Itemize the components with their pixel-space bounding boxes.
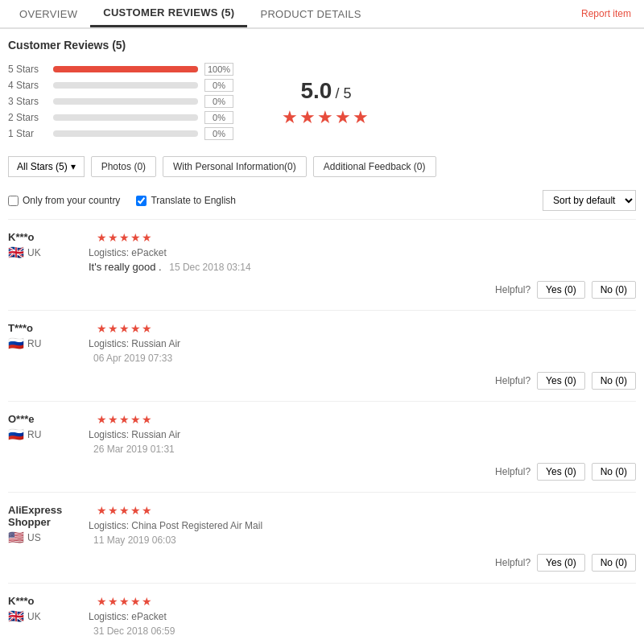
tabs-bar: Overview Customer Reviews (5) Product De… <box>0 0 644 29</box>
review-stars: ★★★★★ <box>97 231 153 244</box>
star-row: 1 Star 0% <box>8 127 233 140</box>
review-body: T***o 🇷🇺 RU ★★★★★ Logistics: Russian Air… <box>8 322 636 364</box>
bar-fill <box>53 66 198 72</box>
review-item: K***o 🇬🇧 UK ★★★★★ Logistics: ePacket 31 … <box>8 584 636 644</box>
bar-pct: 0% <box>204 127 233 140</box>
tab-product-details[interactable]: Product Details <box>247 2 374 27</box>
review-date: 26 Mar 2019 01:31 <box>93 444 175 455</box>
star-row: 5 Stars 100% <box>8 63 233 76</box>
reviewer-col: K***o 🇬🇧 UK <box>8 595 89 637</box>
reviewer-country: 🇺🇸 US <box>8 530 89 545</box>
helpful-row: Helpful? Yes (0) No (0) <box>8 372 636 390</box>
star-label: 4 Stars <box>8 80 47 91</box>
review-header: ★★★★★ <box>89 322 636 335</box>
review-date: 11 May 2019 06:03 <box>93 535 176 546</box>
country-checkbox-group: Only from your country <box>8 195 120 206</box>
overall-score: 5.0 / 5 ★★★★★ <box>282 78 370 128</box>
helpful-row: Helpful? Yes (0) No (0) <box>8 463 636 481</box>
review-stars: ★★★★★ <box>97 504 153 517</box>
stars-breakdown: 5 Stars 100% 4 Stars 0% 3 Stars 0% 2 Sta… <box>8 63 233 143</box>
bar-pct: 0% <box>204 79 233 92</box>
review-stars: ★★★★★ <box>97 413 153 426</box>
review-header: ★★★★★ <box>89 413 636 426</box>
reviewer-name: T***o <box>8 322 89 334</box>
sort-group: Sort by defaultMost recentMost helpful <box>543 190 636 211</box>
reviewer-col: O***e 🇷🇺 RU <box>8 413 89 455</box>
review-text-row: 26 Mar 2019 01:31 <box>89 443 636 455</box>
star-label: 2 Stars <box>8 112 47 123</box>
country-code: UK <box>27 247 41 258</box>
reviewer-country: 🇷🇺 RU <box>8 336 89 351</box>
flag-icon: 🇺🇸 <box>8 530 24 545</box>
checkbox-row: Only from your country Translate to Engl… <box>8 185 636 220</box>
score-value: 5.0 <box>301 78 332 104</box>
star-row: 4 Stars 0% <box>8 79 233 92</box>
reviewer-col: K***o 🇬🇧 UK <box>8 231 89 273</box>
review-date: 31 Dec 2018 06:59 <box>93 625 175 637</box>
review-body: O***e 🇷🇺 RU ★★★★★ Logistics: Russian Air… <box>8 413 636 455</box>
reviewer-name: O***e <box>8 413 89 425</box>
country-code: UK <box>27 611 41 622</box>
star-label: 1 Star <box>8 128 47 139</box>
section-title: Customer Reviews (5) <box>8 39 636 52</box>
chevron-down-icon: ▾ <box>71 161 76 172</box>
review-col: ★★★★★ Logistics: ePacket It's really goo… <box>89 231 636 273</box>
bar-container <box>53 98 198 105</box>
flag-icon: 🇷🇺 <box>8 336 24 351</box>
bar-container <box>53 82 198 89</box>
all-stars-filter[interactable]: All Stars (5) ▾ <box>8 156 85 177</box>
review-logistics: Logistics: Russian Air <box>89 338 636 349</box>
yes-button[interactable]: Yes (0) <box>537 281 585 299</box>
report-item-link[interactable]: Report item <box>575 2 638 26</box>
yes-button[interactable]: Yes (0) <box>537 463 585 481</box>
reviewer-col: T***o 🇷🇺 RU <box>8 322 89 364</box>
tab-overview[interactable]: Overview <box>6 2 90 27</box>
reviewer-name: K***o <box>8 595 89 607</box>
tab-customer-reviews[interactable]: Customer Reviews (5) <box>90 0 247 27</box>
translate-checkbox[interactable] <box>136 196 147 206</box>
country-label[interactable]: Only from your country <box>23 195 120 206</box>
filter-bar: All Stars (5) ▾ Photos (0) With Personal… <box>8 156 636 177</box>
yes-button[interactable]: Yes (0) <box>537 372 585 390</box>
review-body: K***o 🇬🇧 UK ★★★★★ Logistics: ePacket 31 … <box>8 595 636 637</box>
country-checkbox[interactable] <box>8 196 19 206</box>
content-area: Customer Reviews (5) 5 Stars 100% 4 Star… <box>0 29 644 644</box>
review-text-row: 06 Apr 2019 07:33 <box>89 352 636 364</box>
country-code: RU <box>27 338 41 349</box>
translate-checkbox-group: Translate to English <box>136 195 236 206</box>
review-logistics: Logistics: China Post Registered Air Mai… <box>89 520 636 531</box>
helpful-row: Helpful? Yes (0) No (0) <box>8 281 636 299</box>
country-code: US <box>27 532 41 543</box>
no-button[interactable]: No (0) <box>592 372 636 390</box>
ratings-container: 5 Stars 100% 4 Stars 0% 3 Stars 0% 2 Sta… <box>8 63 636 143</box>
reviewer-country: 🇬🇧 UK <box>8 609 89 624</box>
no-button[interactable]: No (0) <box>592 463 636 481</box>
review-date: 15 Dec 2018 03:14 <box>169 262 250 273</box>
flag-icon: 🇬🇧 <box>8 245 24 260</box>
helpful-label: Helpful? <box>495 466 530 477</box>
additional-feedback-filter[interactable]: Additional Feedback (0) <box>313 156 436 177</box>
bar-pct: 0% <box>204 111 233 124</box>
personal-info-filter[interactable]: With Personal Information(0) <box>163 156 307 177</box>
no-button[interactable]: No (0) <box>592 554 636 572</box>
reviewer-name: K***o <box>8 231 89 243</box>
flag-icon: 🇷🇺 <box>8 427 24 442</box>
translate-label[interactable]: Translate to English <box>151 195 236 206</box>
star-label: 3 Stars <box>8 96 47 107</box>
bar-pct: 0% <box>204 95 233 108</box>
yes-button[interactable]: Yes (0) <box>537 554 585 572</box>
photos-filter[interactable]: Photos (0) <box>91 156 156 177</box>
review-text-row: 31 Dec 2018 06:59 <box>89 625 636 637</box>
review-item: T***o 🇷🇺 RU ★★★★★ Logistics: Russian Air… <box>8 311 636 402</box>
reviewer-country: 🇷🇺 RU <box>8 427 89 442</box>
helpful-label: Helpful? <box>495 284 530 295</box>
review-stars: ★★★★★ <box>97 595 153 608</box>
review-date: 06 Apr 2019 07:33 <box>93 353 172 364</box>
review-logistics: Logistics: Russian Air <box>89 429 636 440</box>
sort-select[interactable]: Sort by defaultMost recentMost helpful <box>543 190 636 211</box>
review-item: AliExpress Shopper 🇺🇸 US ★★★★★ Logistics… <box>8 493 636 584</box>
review-text-row: 11 May 2019 06:03 <box>89 534 636 546</box>
review-body: AliExpress Shopper 🇺🇸 US ★★★★★ Logistics… <box>8 504 636 546</box>
no-button[interactable]: No (0) <box>592 281 636 299</box>
review-stars: ★★★★★ <box>97 322 153 335</box>
